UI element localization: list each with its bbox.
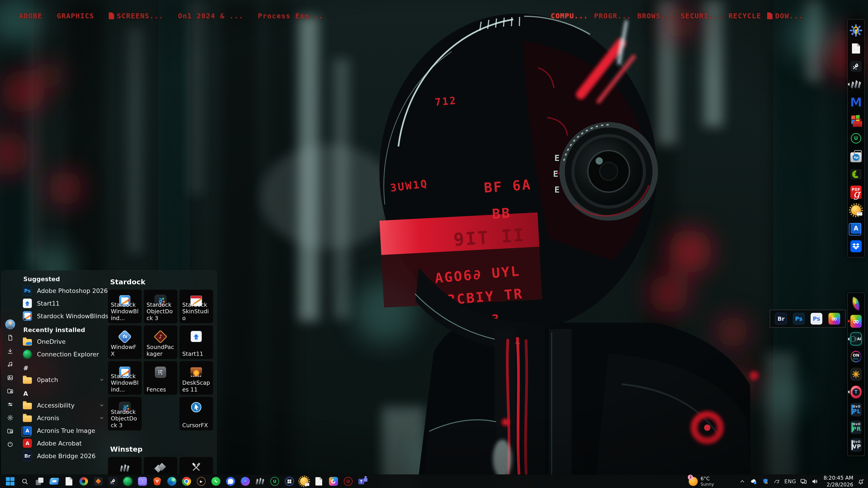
tray-pen-swoosh-icon[interactable] xyxy=(773,477,781,486)
desktop-shortcut-label[interactable]: ADOBE xyxy=(19,12,42,20)
dock-item-libreoffice-doc[interactable] xyxy=(849,41,863,55)
dock-item-dropbox[interactable] xyxy=(849,239,863,253)
taskbar-connection-explorer[interactable] xyxy=(123,476,133,487)
dock-item-sun-mail[interactable] xyxy=(849,203,863,217)
dock-item-on1-max[interactable]: ONMAX xyxy=(849,350,863,364)
dock-item-iobit-uninstaller[interactable]: U xyxy=(849,131,863,145)
taskbar-purple-remote[interactable] xyxy=(137,476,148,487)
creative-cloud-icon[interactable]: ∞ xyxy=(828,312,841,325)
dock-item-dxo[interactable]: DxOPL xyxy=(849,402,863,417)
rail-user-avatar[interactable] xyxy=(2,318,19,331)
photoshop-beta-icon[interactable]: Ps xyxy=(810,312,823,325)
desktop-shortcut-label[interactable]: RECYCLE xyxy=(728,12,761,20)
taskbar-orange-diamond[interactable] xyxy=(93,476,103,487)
start-tile-skinstudio[interactable]: Stardock SkinStudio xyxy=(179,290,213,323)
photoshop-icon[interactable]: Ps xyxy=(792,312,806,325)
taskbar-libreoffice-doc[interactable] xyxy=(314,476,324,487)
rail-music[interactable] xyxy=(2,358,19,371)
dock-item-dxo[interactable]: DxOVP xyxy=(849,438,863,452)
chevron-down-icon[interactable] xyxy=(99,403,104,408)
taskbar-copilot[interactable] xyxy=(328,476,339,487)
desktop-shortcut-label[interactable]: Process Exp... xyxy=(258,12,323,20)
taskbar-rocket[interactable] xyxy=(108,476,118,487)
desktop-shortcut-label[interactable]: GRAPHICS xyxy=(57,12,94,20)
rail-document[interactable] xyxy=(2,331,19,344)
desktop-shortcut-label[interactable]: PROGR... xyxy=(594,12,631,20)
dock-item-settings-wrench[interactable] xyxy=(849,24,863,37)
desktop-shortcut-label[interactable]: COMPU... xyxy=(551,12,588,20)
rail-download[interactable] xyxy=(2,344,19,358)
dock-item-topaz-ai[interactable]: AI xyxy=(849,332,863,346)
rail-folder-shield[interactable] xyxy=(2,424,19,437)
taskbar-clock[interactable]: 8:20:45 AM 2/28/2026 xyxy=(824,475,853,488)
taskbar-teams[interactable]: T xyxy=(358,476,368,487)
app-list-item[interactable]: PsAdobe Photoshop 2026 xyxy=(19,284,108,297)
tray-defender-shield-icon[interactable] xyxy=(761,477,769,486)
tray-phone-link-icon[interactable] xyxy=(800,477,808,486)
app-list-item[interactable]: BrAdobe Bridge 2026 xyxy=(19,450,108,462)
weather-widget[interactable]: 2 6°C Sunny xyxy=(689,476,714,487)
taskbar-win-start[interactable] xyxy=(5,476,16,487)
app-list-item[interactable]: 0patch xyxy=(19,373,108,386)
start-tile-windowblinds[interactable]: Stardock WindowBlind... xyxy=(108,361,142,395)
start-tile-deskscapes[interactable]: DeskScapes 11 xyxy=(179,361,213,395)
start-tile-objectdock[interactable]: ∂Stardock ObjectDock 3 xyxy=(144,290,178,323)
desktop-shortcut-label[interactable]: BROWS... xyxy=(638,12,675,20)
dock-item-hp-support[interactable]: hp xyxy=(849,150,863,163)
notification-bell-icon[interactable]: z xyxy=(857,477,865,486)
dock-item-pdfgear[interactable]: PDFg xyxy=(849,185,863,199)
taskbar-red-tool[interactable] xyxy=(343,476,353,487)
rail-settings-gear[interactable] xyxy=(2,411,19,424)
dock-item-windows-toolbox[interactable] xyxy=(849,113,863,127)
dock-item-dxo[interactable]: DxOPR xyxy=(849,420,863,434)
dock-item-rocket[interactable] xyxy=(849,60,863,73)
start-tile-objectdock[interactable]: ∂Stardock ObjectDock 3 xyxy=(108,397,142,431)
start-tile-fences[interactable]: Fences xyxy=(144,361,178,395)
app-list-item[interactable]: Acronis xyxy=(19,412,108,424)
chevron-down-icon[interactable] xyxy=(99,416,104,420)
dock-item-topaz[interactable]: T xyxy=(849,385,863,399)
desktop-shortcut-label[interactable]: SECURI... xyxy=(681,12,723,20)
app-list-item[interactable]: Connection Explorer xyxy=(19,348,108,360)
dock-item-nvidia[interactable] xyxy=(849,167,863,181)
dock-item-asterisk[interactable] xyxy=(849,367,863,381)
app-list-item[interactable]: OneDrive xyxy=(19,335,108,348)
taskbar-signal[interactable] xyxy=(225,476,236,487)
tray-speaker-icon[interactable] xyxy=(811,477,819,486)
taskbar-edge[interactable] xyxy=(167,476,177,487)
taskbar-search[interactable] xyxy=(20,476,30,487)
start-tile-cursorfx[interactable]: CursorFX xyxy=(179,397,213,431)
app-list-item[interactable]: AAdobe Acrobat xyxy=(19,437,108,450)
start-tile-soundpackager[interactable]: ♪SoundPackager xyxy=(144,325,178,359)
taskbar-media-player[interactable]: ▶ xyxy=(196,476,207,487)
desktop-shortcut-label[interactable]: SCREENS... xyxy=(109,12,164,20)
dock-item-malwarebytes[interactable]: M xyxy=(849,95,863,109)
rail-sliders[interactable] xyxy=(2,398,19,411)
app-list-item[interactable]: AAcronis True Image xyxy=(19,424,108,437)
taskbar-task-view[interactable] xyxy=(34,476,45,487)
dock-item-winstep[interactable] xyxy=(849,77,863,91)
tray-chevron-up-icon[interactable] xyxy=(738,477,746,486)
language-indicator[interactable]: ENG xyxy=(784,479,796,484)
start-tile-windowfx[interactable]: fxWindowFX xyxy=(108,325,142,359)
taskbar-iobit-uninstaller[interactable]: U xyxy=(270,476,280,487)
taskbar-blue-window[interactable] xyxy=(49,476,59,487)
taskbar-whatsapp[interactable] xyxy=(211,476,221,487)
taskbar-notepad[interactable] xyxy=(64,476,74,487)
taskbar-sun-mail[interactable] xyxy=(299,476,309,487)
start-tile-windowblinds[interactable]: Stardock WindowBlind... xyxy=(108,290,142,323)
dock-item-feather[interactable] xyxy=(849,297,863,311)
taskbar-color-ring[interactable] xyxy=(79,476,89,487)
taskbar-chrome[interactable] xyxy=(181,476,192,487)
taskbar-messenger[interactable] xyxy=(240,476,250,487)
rail-power[interactable] xyxy=(2,437,19,451)
taskbar-win-update[interactable] xyxy=(284,476,294,487)
dock-item-acronis[interactable]: A xyxy=(849,221,863,235)
app-list-item[interactable]: Stardock WindowBlinds 11 xyxy=(19,310,108,322)
desktop-shortcut-label[interactable]: On1 2024 & ... xyxy=(178,12,243,20)
chevron-down-icon[interactable] xyxy=(99,377,104,382)
start-tile-start11[interactable]: Start11 xyxy=(179,325,213,359)
rail-pictures[interactable] xyxy=(2,371,19,384)
app-list-item[interactable]: Start11 xyxy=(19,297,108,310)
tray-onedrive-cloud-icon[interactable]: i xyxy=(750,477,758,486)
